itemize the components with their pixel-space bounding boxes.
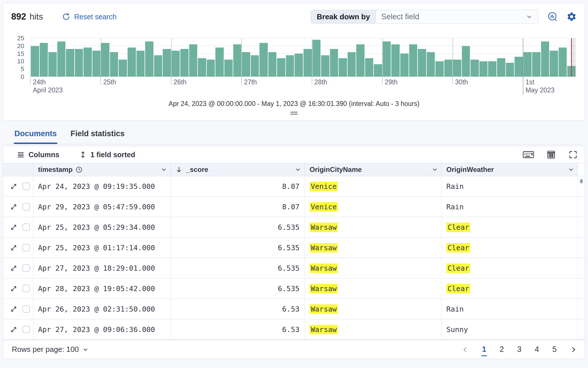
histogram-bar[interactable] (31, 46, 39, 77)
origin-weather-cell[interactable]: Clear (442, 258, 578, 278)
histogram-bar[interactable] (295, 54, 303, 77)
origin-weather-cell[interactable]: Sunny (442, 319, 578, 339)
edit-visualization-button[interactable] (547, 11, 558, 22)
histogram-bar[interactable] (418, 49, 426, 77)
histogram-bar[interactable] (198, 58, 206, 77)
histogram-bar[interactable] (541, 41, 549, 77)
row-checkbox[interactable] (22, 264, 30, 272)
page-1-button[interactable]: 1 (482, 345, 486, 354)
score-cell[interactable]: 6.535 (171, 238, 305, 258)
origin-city-cell[interactable]: Warsaw (305, 238, 442, 258)
score-cell[interactable]: 8.07 (171, 197, 305, 217)
tab-field-statistics[interactable]: Field statistics (70, 128, 125, 144)
histogram-bar[interactable] (163, 49, 171, 77)
row-checkbox[interactable] (22, 183, 30, 190)
previous-page-button[interactable] (461, 346, 469, 353)
page-2-button[interactable]: 2 (500, 345, 504, 354)
histogram-bar[interactable] (286, 55, 294, 77)
histogram-bar[interactable] (348, 52, 356, 77)
header-score[interactable]: _score (171, 163, 305, 176)
keyboard-shortcuts-button[interactable] (523, 150, 534, 159)
row-checkbox[interactable] (22, 203, 30, 210)
vertical-scrollbar-thumb[interactable] (580, 179, 583, 183)
expand-row-icon[interactable] (10, 285, 17, 292)
header-origin-weather[interactable]: OriginWeather (442, 163, 578, 176)
histogram-bar[interactable] (365, 58, 373, 77)
histogram-bar[interactable] (136, 51, 145, 77)
timestamp-cell[interactable]: Apr 26, 2023 @ 02:31:50.000 (33, 299, 171, 319)
expand-row-icon[interactable] (10, 183, 17, 190)
expand-row-icon[interactable] (10, 326, 17, 333)
columns-button[interactable]: Columns (13, 151, 59, 159)
chart-resize-handle[interactable] (290, 112, 298, 115)
sort-fields-button[interactable]: 1 field sorted (75, 151, 135, 159)
histogram-bar[interactable] (40, 43, 48, 77)
histogram-bar[interactable] (374, 64, 382, 77)
histogram-bar[interactable] (268, 52, 277, 77)
origin-city-cell[interactable]: Warsaw (305, 278, 442, 299)
chart-options-button[interactable] (566, 12, 577, 22)
histogram-bar[interactable] (207, 60, 215, 77)
histogram-bar[interactable] (224, 60, 233, 77)
histogram-bar[interactable] (66, 49, 74, 77)
histogram-bar[interactable] (330, 49, 338, 77)
histogram-bar[interactable] (471, 60, 479, 77)
reset-search-button[interactable]: Reset search (58, 13, 116, 21)
histogram-bar[interactable] (84, 48, 92, 77)
histogram-bar[interactable] (453, 60, 461, 77)
histogram-bar[interactable] (506, 63, 514, 77)
tab-documents[interactable]: Documents (14, 128, 57, 144)
histogram-bar[interactable] (172, 51, 180, 77)
timestamp-cell[interactable]: Apr 25, 2023 @ 05:29:34.000 (33, 217, 171, 237)
expand-row-icon[interactable] (10, 224, 17, 231)
histogram-bar[interactable] (75, 49, 83, 77)
origin-city-cell[interactable]: Warsaw (305, 319, 442, 339)
histogram-bar[interactable] (304, 49, 312, 77)
fullscreen-button[interactable] (568, 150, 578, 160)
row-checkbox[interactable] (22, 285, 30, 292)
histogram-bar[interactable] (427, 52, 435, 77)
histogram-bar[interactable] (145, 41, 153, 77)
histogram-bar[interactable] (215, 48, 224, 77)
histogram-bar[interactable] (488, 61, 496, 77)
score-cell[interactable]: 6.53 (171, 299, 305, 319)
histogram-bar[interactable] (479, 61, 488, 77)
histogram-bar[interactable] (523, 52, 532, 77)
histogram-bar[interactable] (92, 51, 101, 77)
row-checkbox[interactable] (22, 223, 30, 231)
histogram-bar[interactable] (242, 52, 250, 77)
histogram-bar[interactable] (559, 48, 567, 77)
histogram-bar[interactable] (391, 44, 400, 77)
histogram-bar[interactable] (128, 48, 136, 77)
score-cell[interactable]: 8.07 (171, 176, 305, 196)
histogram-bar[interactable] (189, 44, 198, 77)
histogram-bar[interactable] (312, 40, 321, 77)
histogram-bar[interactable] (321, 55, 329, 77)
histogram-bar[interactable] (339, 58, 347, 77)
origin-weather-cell[interactable]: Rain (442, 299, 578, 319)
expand-row-icon[interactable] (10, 203, 17, 210)
histogram-bar[interactable] (233, 44, 242, 77)
histogram-bar[interactable] (356, 44, 365, 77)
row-checkbox[interactable] (22, 326, 30, 333)
header-timestamp[interactable]: timestamp (33, 163, 171, 176)
histogram-bar[interactable] (532, 52, 540, 77)
row-checkbox[interactable] (22, 244, 30, 251)
page-3-button[interactable]: 3 (517, 345, 521, 354)
next-page-button[interactable] (570, 346, 577, 353)
histogram-bar[interactable] (180, 49, 189, 77)
timestamp-cell[interactable]: Apr 27, 2023 @ 09:06:36.000 (33, 319, 171, 339)
histogram-bar[interactable] (383, 41, 391, 77)
histogram-bar[interactable] (550, 51, 558, 77)
origin-city-cell[interactable]: Venice (305, 176, 442, 196)
breakdown-select[interactable]: Select field (376, 10, 538, 23)
page-4-button[interactable]: 4 (535, 345, 539, 354)
origin-city-cell[interactable]: Warsaw (305, 217, 442, 237)
timestamp-cell[interactable]: Apr 28, 2023 @ 19:05:42.000 (33, 278, 171, 299)
origin-weather-cell[interactable]: Clear (442, 217, 578, 237)
histogram-bar[interactable] (515, 57, 523, 77)
histogram-bar[interactable] (462, 46, 470, 77)
expand-row-icon[interactable] (10, 265, 17, 272)
histogram-bar[interactable] (497, 58, 505, 77)
score-cell[interactable]: 6.535 (171, 217, 305, 237)
